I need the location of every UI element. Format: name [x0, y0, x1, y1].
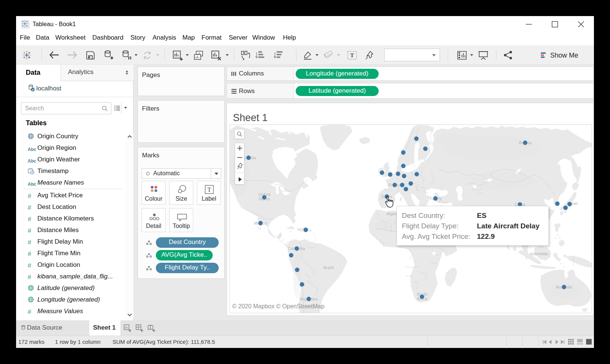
- svg-text:Indonesia: Indonesia: [530, 252, 548, 256]
- svg-text:T: T: [207, 186, 211, 193]
- svg-text:T: T: [350, 53, 354, 58]
- svg-text:Brazil: Brazil: [323, 265, 334, 270]
